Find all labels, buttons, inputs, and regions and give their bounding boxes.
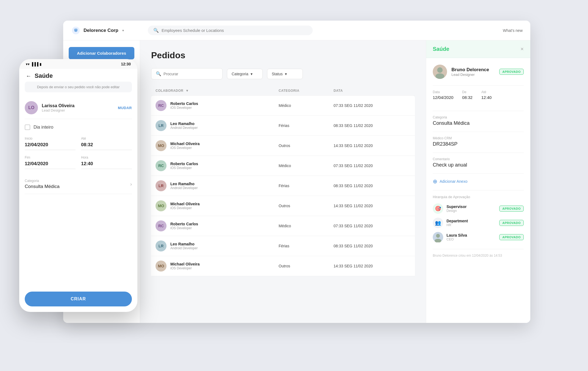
fim-field: Fim 12/04/2020: [25, 156, 76, 169]
date-cell: 07:33 SEG 11/02 2020: [334, 103, 411, 108]
search-input[interactable]: [162, 28, 307, 33]
date-detail-row: Data 12/04/2020 De 08:32 Até 12:40: [433, 90, 524, 105]
fim-label: Fim: [25, 156, 76, 159]
date-cell: 14:33 SEG 11/02 2020: [334, 264, 411, 268]
chevron-right-icon: ›: [130, 181, 132, 187]
employee-role: Lead Designer: [42, 108, 114, 112]
chevron-categoria-icon: ▾: [251, 72, 253, 76]
fim-value[interactable]: 12/04/2020: [25, 161, 76, 169]
table-row[interactable]: MO Michael Oliveira iOS Developer Outros…: [151, 196, 415, 216]
table-row[interactable]: MO Michael Oliveira iOS Developer Outros…: [151, 256, 415, 276]
category-cell: Férias: [279, 123, 334, 128]
emp-name: Michael Oliveira: [170, 202, 200, 206]
search-filter[interactable]: 🔍: [151, 68, 223, 79]
mobile-footer: CRIAR: [19, 286, 137, 312]
hora-field: Hora 12:40: [81, 156, 132, 169]
ate-value-m[interactable]: 08:32: [81, 142, 132, 150]
status-label: Status: [272, 72, 283, 76]
svg-point-1: [436, 73, 444, 79]
category-cell: Férias: [279, 244, 334, 248]
change-employee-button[interactable]: MUDAR: [118, 106, 132, 110]
col-colaborador: COLABORADOR ▼: [156, 89, 279, 93]
de-section: De 08:32: [462, 90, 473, 100]
criar-button[interactable]: CRIAR: [25, 292, 132, 306]
status-dropdown[interactable]: Status ▾: [267, 69, 303, 79]
search-icon: 🔍: [153, 28, 159, 33]
category-cell: Médico: [279, 103, 334, 108]
employee-cell: MO Michael Oliveira iOS Developer: [156, 200, 279, 211]
emp-name: Roberto Carlos: [170, 101, 198, 106]
table-row[interactable]: RC Roberto Carlos iOS Developer Médico 0…: [151, 156, 415, 176]
approved-badge: APROVADO: [499, 69, 524, 75]
logo-icon: [71, 26, 81, 35]
approval-name: Laura Silva: [446, 233, 467, 237]
employee-selector: LO Larissa Oliveira Lead Designer MUDAR: [25, 97, 132, 119]
search-icon-filter: 🔍: [156, 71, 161, 76]
table-row[interactable]: LR Leo Ramalho Android Developer Férias …: [151, 116, 415, 136]
chevron-down-icon[interactable]: ▾: [122, 29, 124, 32]
back-button[interactable]: ←: [26, 73, 31, 79]
wifi-icon: ▾▾: [26, 62, 30, 66]
table-row[interactable]: RC Roberto Carlos iOS Developer Médico 0…: [151, 216, 415, 236]
categoria-row[interactable]: Categoria Consulta Médica ›: [25, 175, 132, 194]
approval-info: Department HR: [446, 219, 468, 227]
approval-status-badge: APROVADO: [499, 220, 524, 226]
table-row[interactable]: MO Michael Oliveira iOS Developer Outros…: [151, 136, 415, 156]
add-attachment[interactable]: ⊕ Adicionar Anexo: [433, 178, 524, 185]
emp-role: iOS Developer: [170, 226, 198, 230]
status-time: 12:30: [121, 62, 131, 66]
approval-icon: 👥: [433, 218, 443, 228]
emp-role: iOS Developer: [170, 266, 200, 270]
cat-label: Categoria: [25, 179, 60, 183]
person-role: Lead Designer: [451, 73, 489, 77]
close-button[interactable]: ×: [520, 46, 524, 52]
date-cell: 07:33 SEG 11/02 2020: [334, 224, 411, 228]
table-body: RC Roberto Carlos iOS Developer Médico 0…: [151, 96, 415, 276]
divider3: [433, 132, 524, 132]
date-cell: 14:33 SEG 11/02 2020: [334, 143, 411, 148]
divider6: [433, 190, 524, 190]
panel-body: Bruno Delorence Lead Designer APROVADO D…: [426, 58, 530, 264]
approval-sub: CEO: [446, 237, 467, 241]
ate-section: Até 12:40: [481, 90, 492, 100]
avatar: RC: [156, 100, 167, 111]
categoria-dropdown[interactable]: Categoria ▾: [227, 69, 263, 79]
divider4: [433, 153, 524, 153]
employee-cell: LR Leo Ramalho Android Developer: [156, 240, 279, 251]
procurar-input[interactable]: [163, 72, 212, 76]
inicio-value[interactable]: 12/04/2020: [25, 142, 76, 150]
divider5: [433, 173, 524, 174]
employee-cell: RC Roberto Carlos iOS Developer: [156, 160, 279, 171]
inicio-field: Inicio 12/04/2020: [25, 137, 76, 150]
panel-header: Saúde ×: [426, 40, 530, 58]
approval-info: Laura Silva CEO: [446, 233, 467, 241]
ate-label-m: Até: [81, 137, 132, 140]
hora-value[interactable]: 12:40: [81, 161, 132, 169]
dia-inteiro-checkbox[interactable]: [25, 124, 30, 130]
comentario-section: Comentario Check up anual: [433, 157, 524, 168]
sort-icon[interactable]: ▼: [185, 89, 189, 93]
de-value: 08:32: [462, 95, 473, 100]
table-row[interactable]: LR Leo Ramalho Android Developer Férias …: [151, 176, 415, 196]
table-row[interactable]: RC Roberto Carlos iOS Developer Médico 0…: [151, 96, 415, 116]
emp-name: Leo Ramalho: [170, 242, 198, 246]
employee-cell: LR Leo Ramalho Android Developer: [156, 120, 279, 131]
mobile-app: ▾▾ ▐▐▐ ▮ 12:30 ← Saúde Depois de enviar …: [19, 59, 137, 312]
employee-cell: MO Michael Oliveira iOS Developer: [156, 140, 279, 151]
avatar: RC: [156, 160, 167, 171]
approval-info: Supervisor Design: [446, 204, 467, 213]
person-card: Bruno Delorence Lead Designer APROVADO: [433, 65, 524, 79]
approval-icon: 🎯: [433, 203, 443, 214]
table-row[interactable]: LR Leo Ramalho Android Developer Férias …: [151, 236, 415, 256]
data-value: 12/04/2020: [433, 95, 453, 100]
person-info: Bruno Delorence Lead Designer: [451, 67, 489, 77]
category-cell: Outros: [279, 204, 334, 208]
emp-name: Leo Ramalho: [170, 121, 198, 126]
avatar: LR: [156, 240, 167, 251]
col-categoria: CATEGORIA: [279, 89, 334, 93]
approval-item: 👥 Department HR APROVADO: [433, 218, 524, 228]
approval-title: Hirarquia de Aprovação: [433, 195, 524, 199]
search-area[interactable]: 🔍: [148, 26, 313, 35]
add-colaboradores-button[interactable]: Adicionar Colaboradores: [69, 47, 134, 59]
employee-name-role: Michael Oliveira iOS Developer: [170, 142, 200, 150]
